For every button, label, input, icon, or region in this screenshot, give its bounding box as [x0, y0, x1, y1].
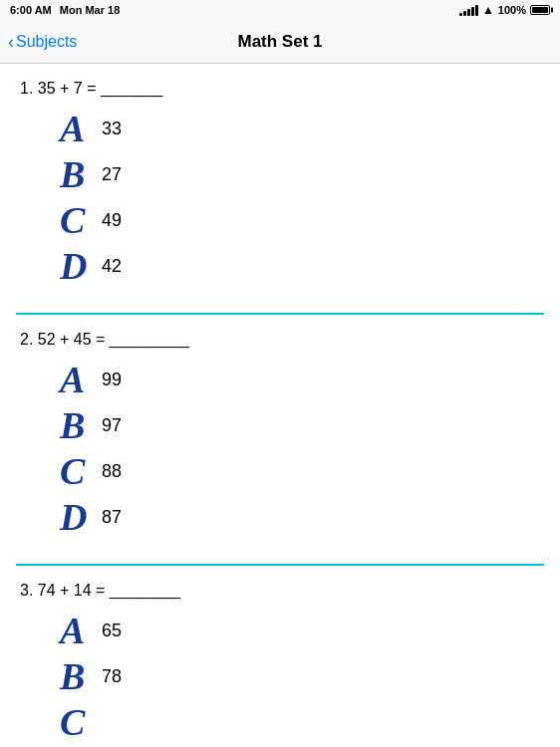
option-c-letter: C	[60, 452, 96, 490]
question-1-option-c[interactable]: C 49	[60, 201, 540, 239]
back-chevron-icon: ‹	[8, 33, 14, 51]
question-2-option-b[interactable]: B 97	[60, 406, 540, 444]
question-3-option-c[interactable]: C	[60, 703, 540, 741]
battery-percent: 100%	[498, 4, 526, 16]
option-d-letter: D	[60, 247, 96, 285]
question-3-option-a[interactable]: A 65	[60, 612, 540, 649]
option-a-value: 33	[102, 119, 122, 139]
option-a-letter: A	[60, 612, 96, 649]
status-bar-left: 6:00 AM Mon Mar 18	[10, 4, 120, 16]
question-2-text: 2. 52 + 45 = _________	[20, 331, 540, 349]
option-b-letter: B	[60, 657, 96, 695]
option-d-letter: D	[60, 498, 96, 536]
back-button[interactable]: ‹ Subjects	[8, 33, 77, 51]
nav-title: Math Set 1	[237, 32, 322, 52]
status-time: 6:00 AM	[10, 4, 52, 16]
question-1-option-b[interactable]: B 27	[60, 155, 540, 193]
option-b-value: 78	[102, 666, 122, 687]
option-d-value: 87	[102, 507, 122, 528]
question-1: 1. 35 + 7 = _______ A 33 B 27 C 49 D 42	[0, 64, 560, 303]
option-c-letter: C	[60, 703, 96, 741]
option-c-value: 88	[102, 461, 122, 482]
question-1-option-d[interactable]: D 42	[60, 247, 540, 285]
question-2-option-c[interactable]: C 88	[60, 452, 540, 490]
wifi-icon: ▲	[482, 3, 494, 17]
nav-bar: ‹ Subjects Math Set 1	[0, 20, 560, 64]
option-b-letter: B	[60, 155, 96, 193]
question-2-option-d[interactable]: D 87	[60, 498, 540, 536]
question-3: 3. 74 + 14 = ________ A 65 B 78 C	[0, 566, 560, 747]
option-c-value: 49	[102, 210, 122, 231]
option-b-letter: B	[60, 406, 96, 444]
question-2-option-a[interactable]: A 99	[60, 361, 540, 398]
option-a-letter: A	[60, 361, 96, 398]
status-bar: 6:00 AM Mon Mar 18 ▲ 100%	[0, 0, 560, 20]
option-a-value: 99	[102, 370, 122, 390]
question-1-option-a[interactable]: A 33	[60, 110, 540, 147]
question-3-options: A 65 B 78 C	[20, 612, 540, 741]
back-label: Subjects	[16, 33, 77, 51]
content-area: 1. 35 + 7 = _______ A 33 B 27 C 49 D 42 …	[0, 64, 560, 747]
question-1-text: 1. 35 + 7 = _______	[20, 80, 540, 98]
question-1-options: A 33 B 27 C 49 D 42	[20, 110, 540, 285]
status-bar-right: ▲ 100%	[459, 3, 550, 17]
question-2-options: A 99 B 97 C 88 D 87	[20, 361, 540, 536]
option-a-letter: A	[60, 110, 96, 147]
signal-icon	[459, 4, 478, 16]
battery-icon	[530, 5, 550, 15]
option-b-value: 97	[102, 415, 122, 436]
status-day: Mon Mar 18	[60, 4, 121, 16]
option-a-value: 65	[102, 621, 122, 641]
question-2: 2. 52 + 45 = _________ A 99 B 97 C 88 D …	[0, 315, 560, 554]
option-b-value: 27	[102, 164, 122, 185]
question-3-text: 3. 74 + 14 = ________	[20, 582, 540, 600]
option-c-letter: C	[60, 201, 96, 239]
question-3-option-b[interactable]: B 78	[60, 657, 540, 695]
option-d-value: 42	[102, 256, 122, 277]
